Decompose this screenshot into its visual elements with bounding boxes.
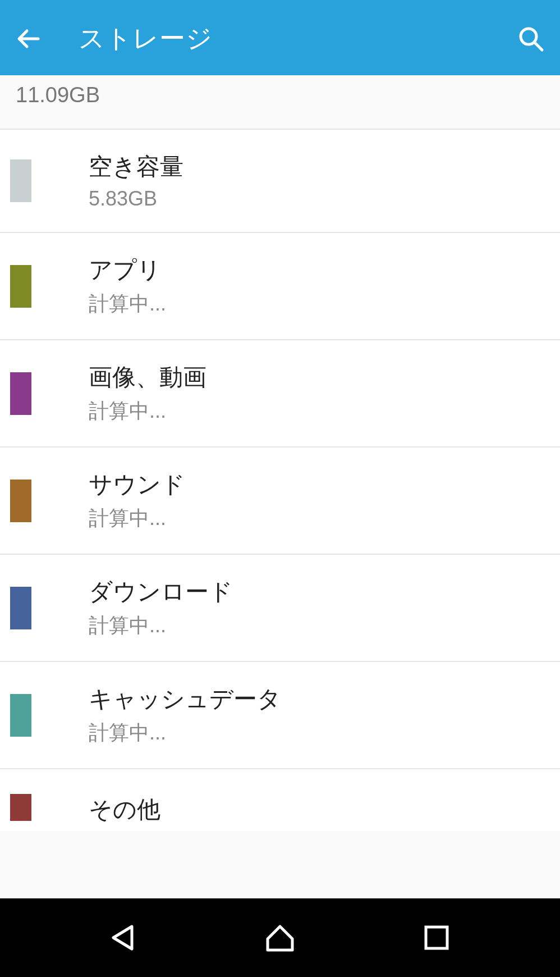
system-nav-bar	[0, 898, 560, 977]
nav-recent-button[interactable]	[416, 917, 457, 958]
category-value: 計算中...	[89, 398, 560, 425]
category-value: 計算中...	[89, 719, 560, 747]
color-swatch-images-video	[10, 372, 31, 415]
color-swatch-download	[10, 587, 31, 629]
category-row-free[interactable]: 空き容量 5.83GB	[0, 130, 560, 233]
svg-rect-2	[426, 927, 447, 948]
back-button[interactable]	[13, 23, 45, 54]
category-value: 計算中...	[89, 290, 560, 318]
category-label: 空き容量	[89, 151, 560, 182]
color-swatch-cache	[10, 694, 31, 737]
app-bar: ストレージ	[0, 2, 560, 75]
search-icon	[516, 24, 545, 53]
nav-back-button[interactable]	[103, 917, 144, 958]
storage-list: 11.09GB 空き容量 5.83GB アプリ 計算中... 画像、動画 計算中…	[0, 75, 560, 831]
category-row-sound[interactable]: サウンド 計算中...	[0, 448, 560, 555]
color-swatch-other	[10, 794, 31, 821]
category-label: その他	[89, 794, 560, 825]
category-row-other[interactable]: その他	[0, 769, 560, 831]
page-title: ストレージ	[79, 21, 515, 56]
nav-home-button[interactable]	[260, 917, 300, 958]
category-value: 計算中...	[89, 612, 560, 640]
total-storage: 11.09GB	[0, 75, 560, 130]
category-label: アプリ	[89, 254, 560, 286]
category-row-download[interactable]: ダウンロード 計算中...	[0, 555, 560, 662]
category-label: 画像、動画	[89, 362, 560, 393]
svg-line-1	[535, 43, 542, 50]
category-row-images-video[interactable]: 画像、動画 計算中...	[0, 340, 560, 448]
category-value: 5.83GB	[89, 187, 560, 211]
category-label: キャッシュデータ	[89, 683, 560, 715]
color-swatch-apps	[10, 265, 31, 308]
nav-home-icon	[262, 920, 298, 956]
color-swatch-sound	[10, 480, 31, 522]
category-value: 計算中...	[89, 505, 560, 532]
category-row-cache[interactable]: キャッシュデータ 計算中...	[0, 662, 560, 769]
search-button[interactable]	[515, 23, 547, 54]
back-arrow-icon	[16, 25, 43, 52]
category-label: サウンド	[89, 469, 560, 500]
nav-recent-icon	[421, 923, 452, 953]
color-swatch-free	[10, 159, 31, 202]
nav-back-icon	[107, 921, 140, 955]
category-label: ダウンロード	[89, 576, 560, 608]
category-row-apps[interactable]: アプリ 計算中...	[0, 233, 560, 340]
